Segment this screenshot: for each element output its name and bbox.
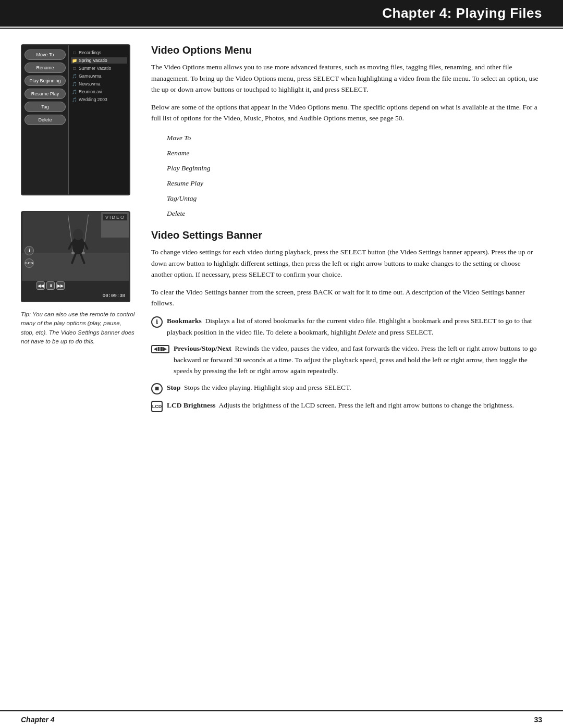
feature-bookmarks: ℹ Bookmarks Displays a list of stored bo… [151,315,542,338]
svg-point-7 [73,229,83,240]
bookmarks-icon-area: ℹ [151,316,163,328]
option-delete: Delete [167,206,542,221]
prev-icon [154,347,157,351]
section2-title: Video Settings Banner [151,229,542,241]
pause-icon2 [161,347,163,351]
file-item-reunion: 🎵 Reunion.avi [71,89,127,95]
media-icon: 🎵 [72,97,77,102]
file-list-panel: □ Recordings 📁 Spring Vacatio □ Summer V… [69,45,129,194]
section1-para1: The Video Options menu allows you to use… [151,61,542,95]
footer-page-number: 33 [534,715,542,724]
menu-btn-move-to: Move To [25,50,66,60]
bookmarks-icon: ℹ [151,316,163,328]
menu-btn-tag: Tag [25,102,66,112]
feature-prev-stop-next: Previous/Stop/Next Rewinds the video, pa… [151,343,542,377]
file-item-recordings: □ Recordings [71,50,127,56]
next-button: ▶▶ [56,281,65,290]
folder-icon: □ [72,50,77,55]
divider [160,347,161,351]
pause-button: ⏸ [46,281,55,290]
left-column: Move To Rename Play Beginning Resume Pla… [21,44,136,417]
chapter-header: Chapter 4: Playing Files [0,0,563,27]
file-name: News.wma [79,81,101,87]
next-icon [163,347,167,351]
option-tag-untag: Tag/Untag [167,191,542,206]
lcd-text: LCD Brightness Adjusts the brightness of… [167,400,514,411]
lcd-brightness-icon: LCD [151,401,163,412]
content-area: Move To Rename Play Beginning Resume Pla… [0,29,563,438]
video-thumbnail: VIDEO ℹ LCD ◀◀ ⏸ ▶▶ 00:09:38 [22,212,129,301]
pause-icon [158,347,160,351]
right-column: Video Options Menu The Video Options men… [151,44,542,417]
menu-btn-rename: Rename [25,63,66,73]
page-footer: Chapter 4 33 [0,710,563,728]
option-move-to: Move To [167,130,542,145]
option-rename: Rename [167,145,542,161]
timecode: 00:09:38 [103,293,125,299]
file-name: Spring Vacatio [79,58,107,63]
feature-stop: ⏹ Stop Stops the video playing. Highligh… [151,382,542,394]
file-item-summer: □ Summer Vacatio [71,65,127,71]
file-name: Summer Vacatio [79,66,111,71]
lcd-icon-area: LCD [151,400,163,412]
file-item-news: 🎵 News.wma [71,81,127,87]
prev-stop-next-icon-area [151,343,169,355]
section1-para2: Below are some of the options that appea… [151,102,542,124]
chapter-title: Chapter 4: Playing Files [382,5,542,21]
option-play-beginning: Play Beginning [167,161,542,176]
folder-icon: 📁 [72,58,77,63]
media-icon: 🎵 [72,81,77,87]
stop-text: Stop Stops the video playing. Highlight … [167,382,351,393]
tip-text: Tip: You can also use the remote to cont… [21,311,134,344]
file-name: Game.wma [79,73,101,79]
option-resume-play: Resume Play [167,176,542,191]
file-item-wedding: 🎵 Wedding 2003 [71,96,127,103]
file-item-spring: 📁 Spring Vacatio [71,57,127,64]
section2: Video Settings Banner To change video se… [151,229,542,412]
feature-lcd: LCD LCD Brightness Adjusts the brightnes… [151,400,542,412]
screenshot-video-player: VIDEO ℹ LCD ◀◀ ⏸ ▶▶ 00:09:38 [21,211,130,302]
svg-rect-2 [22,253,129,281]
menu-btn-resume-play: Resume Play [25,89,66,99]
stop-icon-area: ⏹ [151,382,163,394]
section2-para1: To change video settings for each video … [151,246,542,280]
file-name: Reunion.avi [79,89,102,94]
folder-icon: □ [72,66,77,71]
menu-btn-delete: Delete [25,115,66,125]
playback-controls: ◀◀ ⏸ ▶▶ [36,281,65,290]
menu-buttons-panel: Move To Rename Play Beginning Resume Pla… [22,45,69,194]
file-name: Wedding 2003 [79,97,107,102]
media-icon: 🎵 [72,73,77,79]
prev-button: ◀◀ [36,281,45,290]
video-left-icons: ℹ LCD [25,246,34,268]
file-name: Recordings [79,50,101,55]
video-label: VIDEO [103,214,127,220]
stop-icon: ⏹ [151,383,163,394]
footer-chapter: Chapter 4 [21,715,55,724]
prev-stop-next-icon [151,345,169,353]
section1-title: Video Options Menu [151,44,542,56]
tip-box: Tip: You can also use the remote to cont… [21,310,136,346]
prev-stop-next-text: Previous/Stop/Next Rewinds the video, pa… [174,343,542,377]
bookmark-icon: ℹ [25,246,34,255]
section2-para2: To clear the Video Settings banner from … [151,287,542,309]
bookmarks-text: Bookmarks Displays a list of stored book… [167,315,542,338]
media-icon: 🎵 [72,89,77,94]
menu-btn-play-beginning: Play Beginning [25,76,66,86]
lcd-icon: LCD [25,258,34,268]
file-item-game: 🎵 Game.wma [71,73,127,79]
screenshot-video-options: Move To Rename Play Beginning Resume Pla… [21,44,130,195]
options-list: Move To Rename Play Beginning Resume Pla… [167,130,542,221]
